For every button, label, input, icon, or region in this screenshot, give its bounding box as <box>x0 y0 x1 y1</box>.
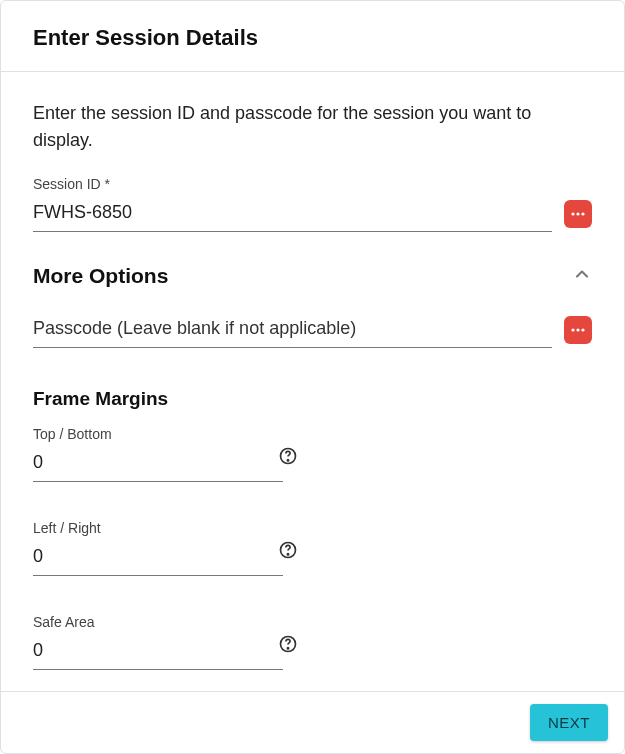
ellipsis-icon <box>570 321 586 339</box>
svg-point-5 <box>581 328 584 331</box>
help-icon[interactable] <box>278 634 298 658</box>
svg-point-1 <box>576 212 579 215</box>
session-details-dialog: Enter Session Details Enter the session … <box>0 0 625 754</box>
help-icon[interactable] <box>278 446 298 470</box>
chevron-up-icon <box>572 264 592 288</box>
dialog-body: Enter the session ID and passcode for th… <box>1 72 624 691</box>
margins-grid: Top / Bottom Left / Right <box>33 426 592 678</box>
left-right-label: Left / Right <box>33 520 298 536</box>
next-button[interactable]: NEXT <box>530 704 608 741</box>
session-id-input[interactable] <box>33 196 552 232</box>
passcode-options-button[interactable] <box>564 316 592 344</box>
passcode-input[interactable] <box>33 312 552 348</box>
svg-point-3 <box>571 328 574 331</box>
left-right-input[interactable] <box>33 540 283 576</box>
session-id-field: Session ID * <box>33 176 592 232</box>
safe-area-label: Safe Area <box>33 614 298 630</box>
svg-point-11 <box>287 648 288 649</box>
help-icon[interactable] <box>278 540 298 564</box>
safe-area-field: Safe Area <box>33 614 298 670</box>
more-options-title: More Options <box>33 264 168 288</box>
svg-point-4 <box>576 328 579 331</box>
ellipsis-icon <box>570 205 586 223</box>
top-bottom-input[interactable] <box>33 446 283 482</box>
description-text: Enter the session ID and passcode for th… <box>33 100 592 154</box>
dialog-footer: NEXT <box>1 691 624 753</box>
svg-point-0 <box>571 212 574 215</box>
left-right-field: Left / Right <box>33 520 298 576</box>
safe-area-input[interactable] <box>33 634 283 670</box>
dialog-header: Enter Session Details <box>1 1 624 72</box>
top-bottom-field: Top / Bottom <box>33 426 298 482</box>
passcode-field <box>33 312 592 348</box>
svg-point-7 <box>287 460 288 461</box>
frame-margins-title: Frame Margins <box>33 388 592 410</box>
session-id-options-button[interactable] <box>564 200 592 228</box>
more-options-header[interactable]: More Options <box>33 264 592 288</box>
session-id-input-row <box>33 196 592 232</box>
session-id-label: Session ID * <box>33 176 592 192</box>
svg-point-9 <box>287 554 288 555</box>
svg-point-2 <box>581 212 584 215</box>
dialog-title: Enter Session Details <box>33 25 592 51</box>
top-bottom-label: Top / Bottom <box>33 426 298 442</box>
